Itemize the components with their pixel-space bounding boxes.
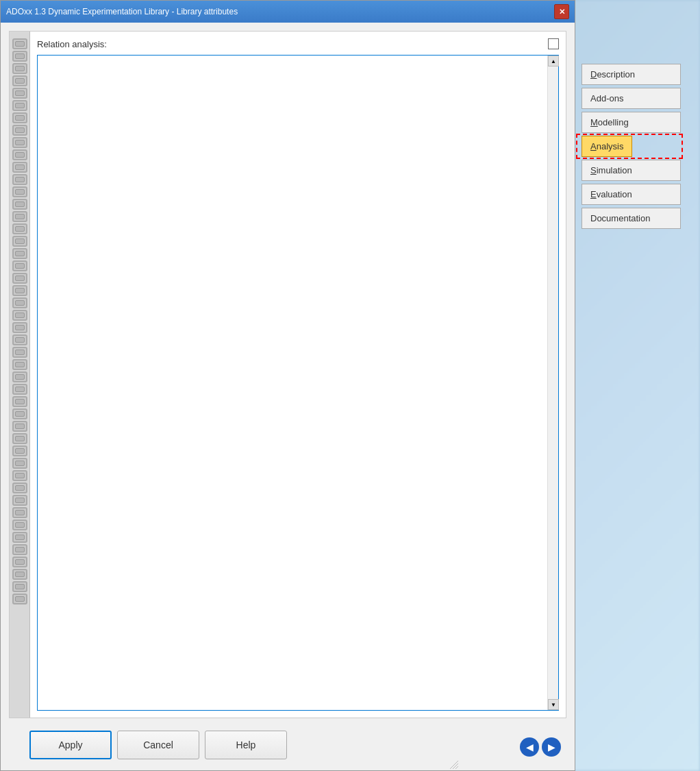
spiral-ring [12,532,27,543]
scrollbar: ▲ ▼ [547,56,558,710]
spiral-ring [12,285,27,296]
tab-analysis-wrapper: Analysis [582,136,681,157]
title-bar: ADOxx 1.3 Dynamic Experimentation Librar… [1,1,575,23]
spiral-ring [12,544,27,555]
notebook-area: Relation analysis: ▲ ▼ [9,31,566,718]
tab-addons[interactable]: Add-ons [582,88,681,109]
cancel-button[interactable]: Cancel [117,731,199,759]
help-button[interactable]: Help [205,731,287,759]
spiral-ring [12,334,27,345]
scrollbar-track [548,66,558,699]
spiral-ring [12,347,27,358]
tab-documentation[interactable]: Documentation [582,208,681,229]
spiral-ring [12,174,27,185]
spiral-ring [12,495,27,506]
spiral-ring [12,445,27,456]
svg-line-1 [453,763,458,769]
text-area-container: ▲ ▼ [37,55,559,711]
spiral-ring [12,199,27,210]
spiral-ring [12,371,27,382]
spiral-ring [12,458,27,469]
nav-arrows: ◀ ▶ [520,737,561,757]
spiral-ring [12,396,27,407]
spiral-ring [12,359,27,370]
section-checkbox[interactable] [548,38,559,49]
dialog-window: ADOxx 1.3 Dynamic Experimentation Librar… [0,0,575,771]
section-header: Relation analysis: [37,38,559,49]
spiral-ring [12,248,27,259]
spiral-ring [12,297,27,308]
spiral-ring [12,556,27,567]
spiral-ring [12,421,27,432]
tab-description[interactable]: Description [582,64,681,85]
bottom-button-area: Apply Cancel Help [9,725,566,762]
relation-analysis-textarea[interactable] [38,56,558,710]
section-label: Relation analysis: [37,39,107,49]
window-title: ADOxx 1.3 Dynamic Experimentation Librar… [6,7,238,16]
spiral-ring [12,186,27,197]
spiral-ring [12,149,27,160]
spiral-ring [12,581,27,592]
spiral-ring [12,260,27,271]
spiral-ring [12,433,27,444]
spiral-binding [10,32,30,718]
spiral-ring [12,112,27,123]
spiral-ring [12,38,27,49]
close-button[interactable]: ✕ [554,4,569,19]
svg-line-2 [455,766,458,769]
spiral-ring [12,507,27,518]
resize-handle[interactable] [450,761,458,769]
tab-evaluation[interactable]: Evaluation [582,184,681,205]
spiral-ring [12,88,27,99]
scroll-up-arrow[interactable]: ▲ [548,56,559,66]
apply-button[interactable]: Apply [29,731,112,759]
nav-back-button[interactable]: ◀ [520,737,539,757]
main-panel: Relation analysis: ▲ ▼ [30,32,566,718]
spiral-ring [12,137,27,148]
dialog-content: Relation analysis: ▲ ▼ Description [1,23,575,770]
scroll-down-arrow[interactable]: ▼ [548,699,559,710]
spiral-ring [12,51,27,62]
spiral-ring [12,223,27,234]
spiral-ring [12,384,27,395]
spiral-ring [12,211,27,222]
spiral-ring [12,310,27,321]
spiral-ring [12,470,27,481]
nav-forward-button[interactable]: ▶ [542,737,561,757]
tab-analysis[interactable]: Analysis [582,136,632,157]
spiral-ring [12,63,27,74]
spiral-ring [12,482,27,493]
spiral-ring [12,593,27,604]
spiral-ring [12,125,27,136]
tabs-panel: Description Add-ons Modelling Analysis S… [582,64,681,229]
spiral-ring [12,236,27,247]
tab-modelling[interactable]: Modelling [582,112,681,133]
spiral-ring [12,75,27,86]
spiral-ring [12,322,27,333]
spiral-ring [12,519,27,530]
spiral-ring [12,569,27,580]
spiral-ring [12,408,27,419]
spiral-ring [12,273,27,284]
tab-simulation[interactable]: Simulation [582,160,681,181]
spiral-ring [12,100,27,111]
spiral-ring [12,162,27,173]
